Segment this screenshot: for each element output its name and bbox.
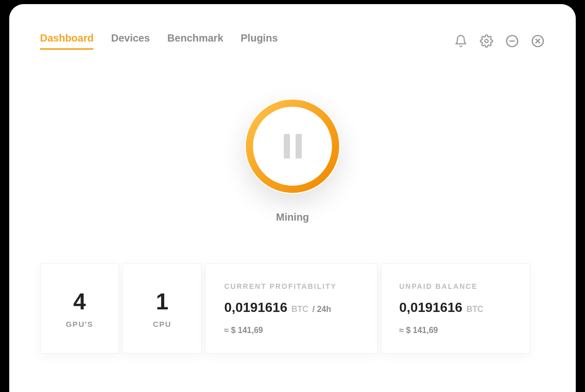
nav-tabs: Dashboard Devices Benchmark Plugins [40,32,278,50]
profitability-per: / 24h [313,305,331,314]
stat-card-balance: UNPAID BALANCE 0,0191616 BTC ≈ $ 141,69 [381,263,530,354]
gpus-label: GPU'S [66,320,93,328]
app-window: Dashboard Devices Benchmark Plugins [9,4,576,392]
gpus-value: 4 [73,289,86,315]
minimize-icon[interactable] [505,34,519,48]
balance-unit: BTC [466,305,483,314]
profitability-unit: BTC [291,305,308,314]
stat-card-profitability: CURRENT PROFITABILITY 0,0191616 BTC / 24… [205,263,378,354]
tab-dashboard[interactable]: Dashboard [40,32,93,50]
svg-point-0 [485,40,489,43]
close-icon[interactable] [531,34,545,48]
svg-point-6 [249,103,336,189]
profitability-amount: 0,0191616 BTC / 24h [224,300,361,316]
mining-status-label: Mining [276,211,309,223]
cpu-value: 1 [156,289,168,315]
top-bar: Dashboard Devices Benchmark Plugins [40,29,545,53]
profitability-approx: ≈ $ 141,69 [224,326,361,335]
balance-btc: 0,0191616 [399,300,462,316]
bell-icon[interactable] [454,34,468,48]
balance-amount: 0,0191616 BTC [399,300,513,316]
tab-devices[interactable]: Devices [111,32,150,50]
balance-title: UNPAID BALANCE [399,282,513,290]
cpu-label: CPU [153,320,171,328]
window-controls [454,34,545,48]
balance-approx: ≈ $ 141,69 [399,326,513,335]
tab-benchmark[interactable]: Benchmark [167,32,223,50]
mining-control: Mining [40,99,545,223]
gear-icon[interactable] [479,34,494,48]
stats-row: 4 GPU'S 1 CPU CURRENT PROFITABILITY 0,01… [40,263,545,354]
mining-toggle-button[interactable] [245,99,340,194]
profitability-title: CURRENT PROFITABILITY [224,282,361,290]
profitability-btc: 0,0191616 [224,300,287,316]
stat-card-gpus: 4 GPU'S [40,263,119,354]
tab-plugins[interactable]: Plugins [241,32,278,50]
stat-card-cpu: 1 CPU [123,263,202,354]
